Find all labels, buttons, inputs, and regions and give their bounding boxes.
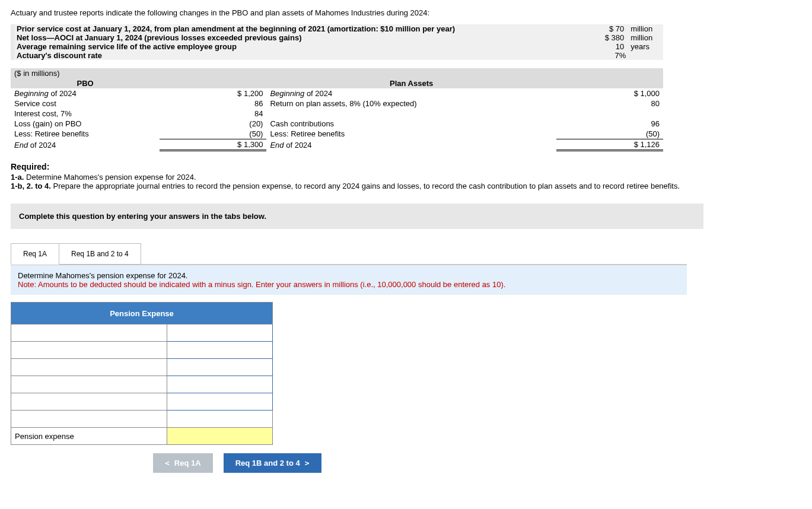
prev-button-label: Req 1A xyxy=(174,459,201,467)
table-row-label xyxy=(266,109,556,119)
assumption-label: Net loss—AOCI at January 1, 2024 (previo… xyxy=(17,33,301,42)
expense-line-value-input[interactable] xyxy=(167,325,273,342)
table-row-value: $ 1,300 xyxy=(160,139,266,151)
spacer-cell xyxy=(167,411,273,428)
panel-title: Determine Mahomes's pension expense for … xyxy=(18,271,187,280)
expense-line-value-input[interactable] xyxy=(167,359,273,376)
assumption-label: Prior service cost at January 1, 2024, f… xyxy=(17,24,455,33)
expense-line-value-input[interactable] xyxy=(167,342,273,359)
assumption-label: Actuary's discount rate xyxy=(17,51,102,60)
prompt-text: Complete this question by entering your … xyxy=(19,212,266,221)
table-row-label: Interest cost, 7% xyxy=(11,109,160,119)
table-row-label: Beginning of 2024 xyxy=(266,88,556,98)
next-button-label: Req 1B and 2 to 4 xyxy=(235,459,300,467)
required-section: Required: 1-a. Determine Mahomes's pensi… xyxy=(11,162,801,190)
assumption-value: $ 70 xyxy=(594,24,628,33)
table-row-value: $ 1,200 xyxy=(160,88,266,98)
req-1a-prefix: 1-a. xyxy=(11,173,24,182)
table-row-label: Less: Retiree benefits xyxy=(266,129,556,139)
table-row-value: 80 xyxy=(556,98,663,109)
assumption-label: Average remaining service life of the ac… xyxy=(17,42,237,51)
tab-req-1a[interactable]: Req 1A xyxy=(11,243,59,265)
req-1b-prefix: 1-b, 2. to 4. xyxy=(11,182,51,190)
pension-expense-label: Pension expense xyxy=(11,428,167,445)
spacer-cell xyxy=(11,411,167,428)
expense-line-value-input[interactable] xyxy=(167,393,273,411)
assumption-value: 7% xyxy=(594,51,628,60)
expense-line-label-input[interactable] xyxy=(11,325,167,342)
expense-line-value-input[interactable] xyxy=(167,376,273,393)
table-row-label: Cash contributions xyxy=(266,119,556,129)
assets-header: Plan Assets xyxy=(266,78,556,88)
table-row-value: $ 1,000 xyxy=(556,88,663,98)
pbo-assets-table: ($ in millions) PBO Plan Assets Beginnin… xyxy=(11,68,663,151)
assumptions-table: Prior service cost at January 1, 2024, f… xyxy=(11,24,663,60)
table-row-value: (50) xyxy=(160,129,266,139)
req-1b-text: Prepare the appropriate journal entries … xyxy=(51,182,680,190)
answer-table: Pension Expense Pension expense xyxy=(11,302,273,445)
prev-button: < Req 1A xyxy=(153,453,213,473)
tabs: Req 1A Req 1B and 2 to 4 xyxy=(11,243,801,265)
table-row-value: (50) xyxy=(556,129,663,139)
table-row-label: End of 2024 xyxy=(266,139,556,151)
assumption-unit: years xyxy=(628,42,663,51)
assumption-unit xyxy=(628,51,663,60)
table-row-value: 96 xyxy=(556,119,663,129)
required-heading: Required: xyxy=(11,162,801,171)
pension-expense-total[interactable] xyxy=(167,428,273,445)
expense-line-label-input[interactable] xyxy=(11,359,167,376)
intro-text: Actuary and trustee reports indicate the… xyxy=(11,8,801,17)
assumption-unit: million xyxy=(628,24,663,33)
table-row-value xyxy=(556,109,663,119)
table-row-value: 84 xyxy=(160,109,266,119)
table-row-label: Loss (gain) on PBO xyxy=(11,119,160,129)
table-row-value: 86 xyxy=(160,98,266,109)
table-row-label: Less: Retiree benefits xyxy=(11,129,160,139)
table-row-label: Beginning of 2024 xyxy=(11,88,160,98)
expense-line-label-input[interactable] xyxy=(11,393,167,411)
panel-instructions: Note: Amounts to be deducted should be i… xyxy=(18,280,505,289)
assumption-unit: million xyxy=(628,33,663,42)
table-row-value: $ 1,126 xyxy=(556,139,663,151)
chevron-left-icon: < xyxy=(165,459,170,467)
table-row-label: End of 2024 xyxy=(11,139,160,151)
table-row-label: Return on plan assets, 8% (10% expected) xyxy=(266,98,556,109)
tab-panel-req-1a: Determine Mahomes's pension expense for … xyxy=(11,264,687,473)
tab-req-1b-2-4[interactable]: Req 1B and 2 to 4 xyxy=(59,243,141,265)
req-1a-text: Determine Mahomes's pension expense for … xyxy=(24,173,196,182)
panel-note: Determine Mahomes's pension expense for … xyxy=(11,265,687,295)
table-row-value: (20) xyxy=(160,119,266,129)
next-button[interactable]: Req 1B and 2 to 4 > xyxy=(224,453,321,473)
answer-table-header: Pension Expense xyxy=(11,303,273,325)
prompt-box: Complete this question by entering your … xyxy=(11,203,703,229)
expense-line-label-input[interactable] xyxy=(11,376,167,393)
assumption-value: 10 xyxy=(594,42,628,51)
pbo-header: PBO xyxy=(11,78,160,88)
units-label: ($ in millions) xyxy=(11,68,663,78)
table-row-label: Service cost xyxy=(11,98,160,109)
assumption-value: $ 380 xyxy=(594,33,628,42)
chevron-right-icon: > xyxy=(305,459,310,467)
expense-line-label-input[interactable] xyxy=(11,342,167,359)
